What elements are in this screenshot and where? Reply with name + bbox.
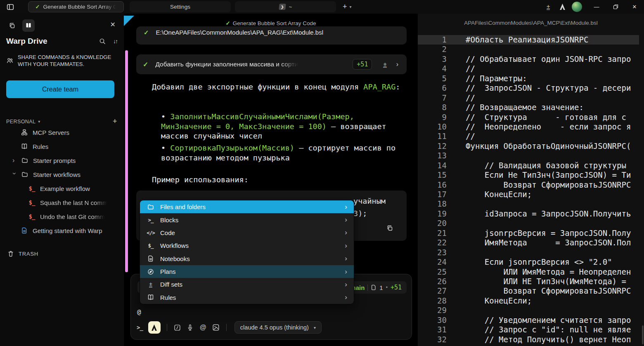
- menu-item-rules[interactable]: Rules›: [140, 291, 354, 304]
- code-lines[interactable]: 1#Область РеализацияJSONRPC23// Обрабаты…: [418, 35, 644, 344]
- sidebar-item-starter-workflows[interactable]: ›Starter workflows: [0, 167, 124, 181]
- code-line[interactable]: 9// Структура - готовая для с: [418, 113, 644, 122]
- code-line[interactable]: 3// Обрабатывает один JSON-RPC запро: [418, 54, 644, 64]
- menu-item-notebooks[interactable]: Notebooks›: [140, 252, 354, 265]
- agent-mode-button[interactable]: [148, 321, 161, 334]
- code-line[interactable]: 14 // Валидация базовой структуры: [418, 161, 644, 170]
- code-line[interactable]: 21 jsonrpcВерсия = ЗапросJSON.Полу: [418, 228, 644, 238]
- code-line[interactable]: 20: [418, 219, 644, 228]
- code-line[interactable]: 17 КонецЕсли;: [418, 190, 644, 199]
- code-line[interactable]: 22 ИмяМетода = ЗапросJSON.Пол: [418, 238, 644, 247]
- diff-sets-icon[interactable]: ±: [541, 0, 555, 14]
- search-icon[interactable]: [99, 38, 106, 45]
- code-line[interactable]: 32 // Метод Получить() вернет Неоп: [418, 335, 644, 344]
- minimize-button[interactable]: —: [587, 0, 606, 14]
- code-line[interactable]: 2: [418, 45, 644, 54]
- code-line[interactable]: 15 Если Не ТипЗнч(ЗапросJSON) = Ти: [418, 170, 644, 180]
- menu-item-blocks[interactable]: >_Blocks›: [140, 213, 354, 226]
- code-line[interactable]: 31 // Запрос с "id": null не являе: [418, 325, 644, 334]
- divider: [167, 324, 167, 331]
- code-line[interactable]: 10// Неопределено - если запрос я: [418, 122, 644, 132]
- menu-item-plans[interactable]: Plans›: [140, 265, 354, 278]
- prompt-input[interactable]: @: [137, 308, 141, 316]
- menu-item-label: Code: [160, 229, 175, 236]
- terminal-mode-icon[interactable]: >_: [136, 324, 144, 331]
- code-line[interactable]: 7//: [418, 93, 644, 103]
- add-item-button[interactable]: +: [113, 117, 117, 126]
- menu-item-code[interactable]: </>Code›: [140, 226, 354, 239]
- sidebar-item-label: Getting started with Warp: [33, 227, 102, 234]
- task-card[interactable]: ✓ Добавить функции заполнения массива и …: [136, 54, 407, 74]
- scrollbar[interactable]: [642, 325, 644, 344]
- sidebar-item-label: Undo the last Git comm: [40, 213, 105, 220]
- code-line[interactable]: 28 КонецЕсли;: [418, 296, 644, 306]
- chevron-down-icon[interactable]: ▾: [38, 119, 40, 124]
- menu-item-diff-sets[interactable]: ±Diff sets›: [140, 278, 354, 291]
- sidebar-item-getting-started-with-warp[interactable]: Getting started with Warp: [0, 224, 124, 238]
- code-line[interactable]: 16 Возврат СформироватьJSONRPC: [418, 180, 644, 190]
- warp-window: ✓ Generate Bubble Sort Array Co Settings…: [0, 0, 644, 346]
- code-line[interactable]: 5// Параметры:: [418, 74, 644, 83]
- code-line[interactable]: 29: [418, 306, 644, 315]
- personal-section-label[interactable]: PERSONAL: [6, 119, 36, 125]
- chevron-down-icon: ▾: [314, 325, 316, 330]
- git-status-pill[interactable]: main 1 • +51: [345, 281, 407, 294]
- sort-icon[interactable]: ↓↑: [113, 38, 117, 45]
- code-line[interactable]: 13: [418, 151, 644, 160]
- code-line[interactable]: 6// ЗапросJSON - Структура - десери: [418, 83, 644, 93]
- close-sidebar-icon[interactable]: ✕: [110, 21, 116, 28]
- edited-file-card[interactable]: ✓ E:\OneAPAFiles\CommonModules\APA_RAG\E…: [136, 26, 407, 45]
- close-button[interactable]: ✕: [625, 0, 644, 14]
- files-icon[interactable]: [6, 19, 18, 32]
- maximize-button[interactable]: [606, 0, 625, 14]
- line-number: 3: [418, 54, 447, 64]
- drive-icon[interactable]: [22, 19, 35, 32]
- chevron-right-icon[interactable]: ›: [12, 157, 17, 164]
- tab-generate-bubble-sort[interactable]: ✓ Generate Bubble Sort Array Co: [28, 1, 124, 12]
- copy-icon[interactable]: [386, 225, 393, 231]
- code-line[interactable]: 8// Возвращаемое значение:: [418, 103, 644, 112]
- code-line[interactable]: 19 idЗапроса = ЗапросJSON.Получить: [418, 209, 644, 219]
- warp-logo-icon[interactable]: [555, 0, 569, 14]
- code-line[interactable]: 12Функция ОбработатьОдиночныйJSONRPC(: [418, 141, 644, 151]
- avatar[interactable]: [572, 2, 582, 12]
- tab-settings[interactable]: Settings: [130, 1, 231, 12]
- image-attach-icon[interactable]: [212, 323, 220, 332]
- code-line[interactable]: 1#Область РеализацияJSONRPC: [418, 35, 639, 45]
- tab-shell[interactable]: ❯ ~: [235, 1, 336, 12]
- menu-item-files-and-folders[interactable]: Files and folders›: [140, 200, 354, 213]
- code-line[interactable]: 4//: [418, 64, 644, 73]
- chevron-right-icon[interactable]: ›: [396, 61, 398, 68]
- sidebar-item-squash-the-last-n-comm[interactable]: $_Squash the last N comm: [0, 195, 124, 209]
- code-line[interactable]: 30 // Уведомлением считается запро: [418, 315, 644, 325]
- new-tab-button[interactable]: +: [343, 2, 347, 11]
- menu-item-workflows[interactable]: $_Workflows›: [140, 239, 354, 252]
- model-selector[interactable]: claude 4.5 opus (thinking) ▾: [234, 321, 322, 334]
- diff-icon[interactable]: ±: [383, 61, 386, 68]
- chevron-down-icon[interactable]: ›: [11, 172, 18, 177]
- code-line[interactable]: 27 Возврат СформироватьJSONRPC: [418, 286, 644, 296]
- microphone-icon[interactable]: [186, 323, 194, 332]
- line-number: 30: [418, 315, 447, 325]
- input-toolbar: >_ @ claude 4.5 opus (thinking) ▾: [136, 321, 407, 334]
- trash-section[interactable]: TRASH: [7, 250, 38, 257]
- sidebar-item-undo-the-last-git-comm[interactable]: $_Undo the last Git comm: [0, 209, 124, 224]
- chevron-down-icon[interactable]: ▾: [350, 5, 352, 9]
- mention-icon[interactable]: @: [199, 323, 207, 332]
- slash-command-icon[interactable]: [173, 323, 182, 332]
- create-team-button[interactable]: Create team: [6, 80, 114, 98]
- line-content: // Запрос с "id": null не являе: [447, 325, 631, 334]
- code-line[interactable]: 11//: [418, 132, 644, 141]
- code-line[interactable]: 24 Если jsonrpcВерсия <> "2.0": [418, 257, 644, 267]
- sidebar-toggle-icon[interactable]: [3, 3, 17, 11]
- code-line[interactable]: 26 ИЛИ НЕ ТипЗнч(ИмяМетода) =: [418, 277, 644, 286]
- code-line[interactable]: 23: [418, 248, 644, 257]
- sidebar-item-rules[interactable]: Rules: [0, 139, 124, 153]
- code-line[interactable]: 18: [418, 199, 644, 209]
- sidebar-item-starter-prompts[interactable]: ›Starter prompts: [0, 153, 124, 167]
- sidebar-item-example-workflow[interactable]: $_Example workflow: [0, 181, 124, 195]
- line-number: 19: [418, 209, 447, 219]
- code-line[interactable]: 25 ИЛИ ИмяМетода = Неопределен: [418, 267, 644, 277]
- line-content: //: [447, 132, 475, 141]
- sidebar-item-mcp-servers[interactable]: MCP Servers: [0, 125, 124, 139]
